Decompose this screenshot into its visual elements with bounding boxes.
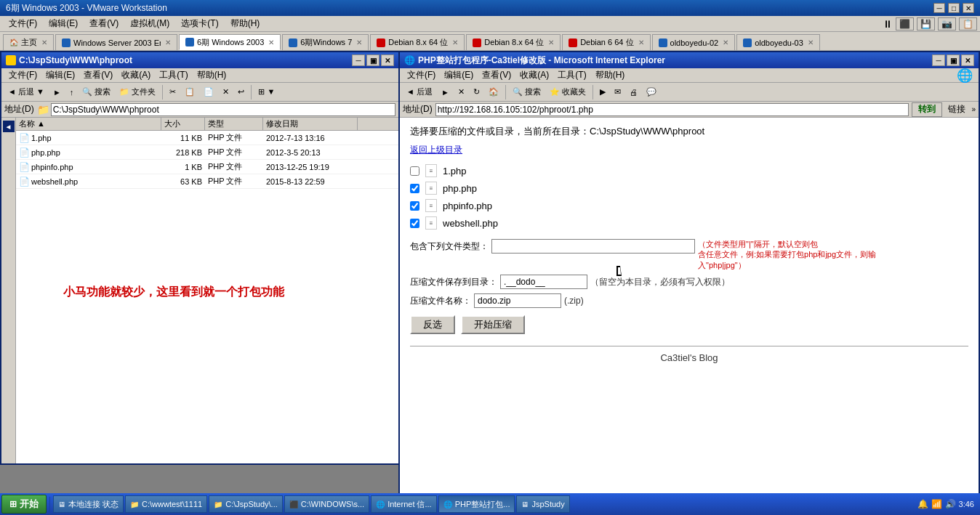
tab-oldboy02-close[interactable]: ✕ [723,38,728,46]
folders-button[interactable]: 📁 文件夹 [116,84,159,100]
tab-oldboy02[interactable]: oldboyedu-02 ✕ [652,34,736,50]
tray-icon-2[interactable]: 📶 [931,499,942,509]
explorer-menu-tools[interactable]: 工具(T) [155,68,192,82]
toolbar-icon-4[interactable]: 📋 [959,17,977,31]
taskbar-item-windows[interactable]: ⬛ C:\WINDOWS\s... [284,495,369,513]
minimize-button[interactable]: ─ [933,3,945,13]
packer-menu-tools[interactable]: 工具(T) [553,68,590,82]
col-name[interactable]: 名称 ▲ [16,118,161,130]
explorer-menu-view[interactable]: 查看(V) [79,68,117,82]
tab-ws2003-close[interactable]: ✕ [165,38,171,46]
menu-tab[interactable]: 选项卡(T) [175,16,224,31]
copy-button[interactable]: 📋 [181,84,198,100]
tab-oldboy03-close[interactable]: ✕ [808,38,814,46]
file-row-phpphp[interactable]: 📄 php.php 218 KB PHP 文件 2012-3-5 20:13 [16,145,398,160]
toolbar-icon-3[interactable]: 📷 [938,17,956,31]
ie-media-button[interactable]: ▶ [596,84,609,100]
packer-back-link[interactable]: 返回上级目录 [410,144,968,156]
col-type[interactable]: 类型 [205,118,263,130]
checkbox-phpinfo[interactable] [410,201,419,211]
packer-minimize[interactable]: ─ [932,54,945,66]
taskbar-item-jspstudy2[interactable]: 🖥 JspStudy [516,495,569,513]
collapse-arrow[interactable]: ◄ [3,121,15,132]
packer-menu-file[interactable]: 文件(F) [403,68,440,82]
filename-input[interactable] [474,293,561,308]
ie-mail-button[interactable]: ✉ [611,84,624,100]
up-button[interactable]: ↑ [66,84,78,100]
checkbox-1php[interactable] [410,166,419,176]
views-button[interactable]: ⊞ ▼ [254,84,278,100]
packer-close[interactable]: ✕ [961,54,974,66]
tab-debian6[interactable]: Debian 6 64 位 ✕ [562,34,650,50]
explorer-menu-edit[interactable]: 编辑(E) [41,68,79,82]
explorer-address-input[interactable] [51,103,395,116]
tab-debian8-2[interactable]: Debian 8.x 64 位 ✕ [466,34,561,50]
paste-button[interactable]: 📄 [200,84,217,100]
tab-debian8-2-close[interactable]: ✕ [548,38,554,46]
col-size[interactable]: 大小 [161,118,205,130]
explorer-menu-help[interactable]: 帮助(H) [193,68,231,82]
packer-menu-view[interactable]: 查看(V) [478,68,515,82]
tab-debian8-1-close[interactable]: ✕ [452,38,458,46]
back-button[interactable]: ◄ 后退 ▼ [4,84,48,100]
maximize-button[interactable]: □ [948,3,960,13]
forward-button[interactable]: ► [49,84,65,100]
explorer-close[interactable]: ✕ [381,54,394,66]
save-dir-input[interactable] [500,275,587,289]
menu-vm[interactable]: 虚拟机(M) [124,16,175,31]
ie-search-button[interactable]: 🔍 搜索 [509,84,545,100]
start-button[interactable]: ⊞ 开始 [1,495,47,514]
explorer-restore[interactable]: ▣ [366,54,379,66]
taskbar-item-local[interactable]: 🖥 本地连接 状态 [53,495,124,513]
toolbar-icon-1[interactable]: ⬛ [896,17,914,31]
taskbar-item-packer[interactable]: 🌐 PHP整站打包... [438,495,515,513]
back-link-text[interactable]: 返回上级目录 [410,145,462,155]
ie-forward-button[interactable]: ► [438,84,453,100]
file-type-input[interactable] [491,239,695,254]
packer-menu-edit[interactable]: 编辑(E) [440,68,478,82]
explorer-menu-fav[interactable]: 收藏(A) [117,68,155,82]
delete-button[interactable]: ✕ [219,84,233,100]
tab-debian6-close[interactable]: ✕ [638,38,644,46]
start-compress-button[interactable]: 开始压缩 [461,315,525,334]
close-button[interactable]: ✕ [963,3,974,13]
packer-address-input[interactable] [435,103,909,116]
tab-debian8-1[interactable]: Debian 8.x 64 位 ✕ [370,34,465,50]
explorer-menu-file[interactable]: 文件(F) [4,68,41,82]
undo-button[interactable]: ↩ [234,84,248,100]
ie-refresh-button[interactable]: ↻ [470,84,483,100]
ie-stop-button[interactable]: ✕ [454,84,468,100]
cut-button[interactable]: ✂ [166,84,180,100]
tab-win7-close[interactable]: ✕ [356,38,362,46]
checkbox-webshell[interactable] [410,219,419,228]
packer-menu-help[interactable]: 帮助(H) [591,68,630,82]
menu-edit[interactable]: 编辑(E) [43,16,84,31]
file-row-1php[interactable]: 📄 1.php 11 KB PHP 文件 2012-7-13 13:16 [16,131,398,145]
search-button[interactable]: 🔍 搜索 [79,84,114,100]
menu-file[interactable]: 文件(F) [3,16,43,31]
file-row-phpinfo[interactable]: 📄 phpinfo.php 1 KB PHP 文件 2013-12-25 19:… [16,160,398,174]
ie-fav-button[interactable]: ⭐ 收藏夹 [546,84,590,100]
menu-view[interactable]: 查看(V) [84,16,124,31]
reverse-select-button[interactable]: 反选 [410,315,455,334]
checkbox-phpphp[interactable] [410,184,419,193]
tab-win7[interactable]: 6期Windows 7 ✕ [282,34,369,50]
menu-help[interactable]: 帮助(H) [225,16,266,31]
tab-home-close[interactable]: ✕ [41,38,47,46]
ie-print-button[interactable]: 🖨 [626,84,641,100]
ie-back-button[interactable]: ◄ 后退 [403,84,436,100]
ie-home-button[interactable]: 🏠 [485,84,502,100]
ie-discuss-button[interactable]: 💬 [643,84,660,100]
pause-icon[interactable]: ⏸ [883,18,893,30]
taskbar-item-wwwtest[interactable]: 📁 C:\wwwtest\1111 [125,495,207,513]
explorer-minimize[interactable]: ─ [352,54,365,66]
tab-win2003-6-close[interactable]: ✕ [268,38,274,46]
packer-restore[interactable]: ▣ [947,54,960,66]
tab-win2003-6[interactable]: 6期 Windows 2003 ✕ [179,34,281,50]
toolbar-icon-2[interactable]: 💾 [917,17,935,31]
col-date[interactable]: 修改日期 [263,118,358,130]
ie-go-button[interactable]: 转到 [912,102,942,117]
tray-icon-1[interactable]: 🔔 [917,499,928,509]
packer-menu-fav[interactable]: 收藏(A) [515,68,553,82]
tab-home[interactable]: 🏠 主页 ✕ [3,34,54,50]
